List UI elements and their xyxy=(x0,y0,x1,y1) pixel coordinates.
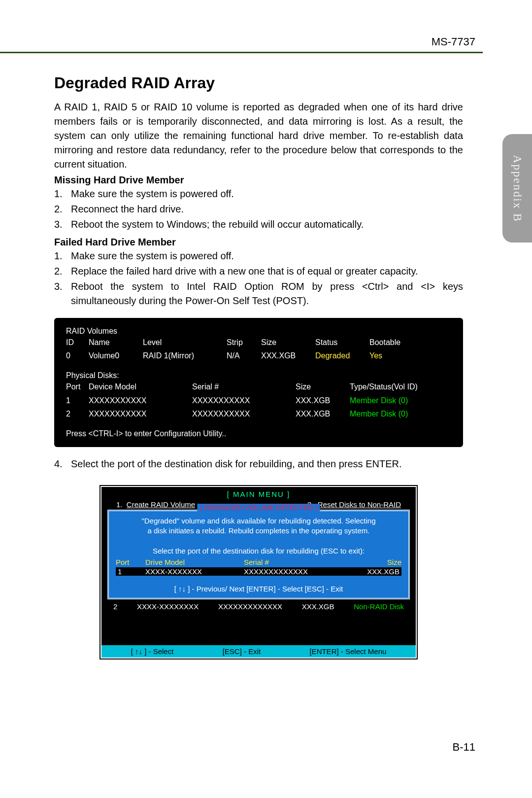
table-header: Port Device Model Serial # Size Type/Sta… xyxy=(66,380,451,393)
raid-volumes-label: RAID Volumes xyxy=(66,327,451,336)
list-item: 3.Reboot the system to Intel RAID Option… xyxy=(54,279,463,308)
table-row: 0 Volume0 RAID 1(Mirror) N/A XXX.XGB Deg… xyxy=(66,349,451,362)
table-row-selected[interactable]: 1 XXXX-XXXXXXX XXXXXXXXXXXXX XXX.XGB xyxy=(116,567,401,576)
page-number: B-11 xyxy=(453,741,475,754)
background-row: 2 XXXX-XXXXXXXX XXXXXXXXXXXXX XXX.XGB No… xyxy=(104,602,413,611)
list-item: 2.Replace the failed hard drive with a n… xyxy=(54,264,463,278)
raid-status-screen: RAID Volumes ID Name Level Strip Size St… xyxy=(54,318,463,447)
list-item: 1.Make sure the system is powered off. xyxy=(54,249,463,263)
physical-disks-label: Physical Disks: xyxy=(66,371,451,380)
header-rule xyxy=(0,52,483,53)
degraded-dialog-title: [ DEGRADED VOLUME DETECTED ] xyxy=(197,504,320,512)
dialog-key-hints: [ ↑↓ ] - Previous/ Next [ENTER] - Select… xyxy=(116,585,401,593)
footer-key-hints: [ ↑↓ ] - Select [ESC] - Exit [ENTER] - S… xyxy=(101,645,416,658)
status-degraded: Degraded xyxy=(315,349,369,362)
list-item: 4.Select the port of the destination dis… xyxy=(54,457,463,471)
table-row: 1 XXXXXXXXXXX XXXXXXXXXXX XXX.XGB Member… xyxy=(66,394,451,407)
degraded-dialog: [ DEGRADED VOLUME DETECTED ] "Degraded" … xyxy=(107,510,410,599)
table-row: 2 XXXXXXXXXXX XXXXXXXXXXX XXX.XGB Member… xyxy=(66,407,451,420)
table-header: ID Name Level Strip Size Status Bootable xyxy=(66,336,451,349)
list-item: 3.Reboot the system to Windows; the rebu… xyxy=(54,217,463,232)
missing-heading: Missing Hard Drive Member xyxy=(54,174,463,186)
header-code: MS-7737 xyxy=(432,35,475,48)
side-tab-label: Appendix B xyxy=(511,155,524,222)
failed-heading: Failed Hard Drive Member xyxy=(54,237,463,248)
page-title: Degraded RAID Array xyxy=(54,74,463,92)
side-tab: Appendix B xyxy=(502,134,532,243)
intro-paragraph: A RAID 1, RAID 5 or RAID 10 volume is re… xyxy=(54,100,463,172)
table-header: Port Drive Model Serial # Size xyxy=(116,558,401,566)
list-item: 2.Reconnect the hard drive. xyxy=(54,202,463,216)
config-utility-hint: Press <CTRL-I> to enter Configuration Ut… xyxy=(66,429,451,438)
main-menu-title: [ MAIN MENU ] xyxy=(104,490,413,498)
raid-rom-screen: [ MAIN MENU ] 1. Create RAID Volume 3. R… xyxy=(99,484,419,660)
list-item: 1.Make sure the system is powered off. xyxy=(54,187,463,201)
content: Degraded RAID Array A RAID 1, RAID 5 or … xyxy=(54,74,463,660)
